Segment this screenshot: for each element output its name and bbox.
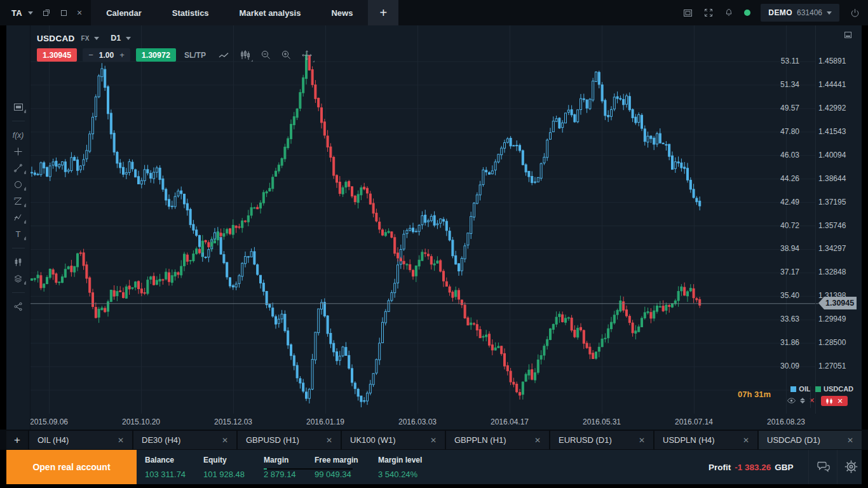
zoom-out-icon[interactable] [261, 50, 271, 60]
window-layout-icon[interactable] [682, 8, 693, 18]
chat-support-icon[interactable] [816, 460, 831, 473]
chevron-down-icon[interactable] [28, 11, 33, 15]
instrument-tab-label: USDCAD (D1) [767, 435, 820, 445]
chart-canvas[interactable] [31, 25, 862, 430]
tab-close-icon[interactable]: ✕ [430, 436, 437, 445]
volume-decrease-button[interactable]: − [88, 50, 93, 60]
timeframe-dropdown-icon[interactable] [126, 37, 131, 40]
top-tab-news[interactable]: News [316, 0, 368, 25]
drawing-toolbar: f(x)FT [6, 25, 31, 430]
oil-visibility-eye-icon[interactable] [787, 397, 796, 404]
main-area: f(x)FT USDCAD FX D1 1.30945 − 1.00 + [0, 25, 868, 430]
timeframe-label[interactable]: D1 [111, 34, 121, 43]
trend-line-icon[interactable] [10, 161, 27, 175]
crosshair-icon[interactable] [10, 145, 27, 158]
elliott-wave-icon[interactable] [10, 211, 27, 224]
metric-label: Margin [264, 456, 296, 464]
oil-legend-swatch [790, 386, 796, 392]
maximize-icon[interactable] [60, 9, 68, 17]
text-tool-icon[interactable]: T [10, 227, 27, 241]
statusbar-divider [837, 450, 837, 484]
close-position-button[interactable]: ✕ [821, 396, 847, 406]
settings-gear-icon[interactable] [844, 459, 858, 474]
logout-power-icon[interactable] [850, 8, 860, 18]
notifications-bell-icon[interactable] [724, 8, 734, 18]
time-axis-label: 2015.10.20 [112, 417, 170, 426]
window-frame-bottom [0, 484, 868, 488]
layers-icon[interactable] [10, 272, 27, 285]
chevron-down-icon [827, 11, 832, 15]
svg-text:F: F [14, 197, 16, 201]
usdcad-axis-tick: 1.38644 [818, 174, 858, 183]
connection-status-dot [744, 10, 750, 16]
trading-app-window: TA × CalendarStatisticsMarket analysisNe… [0, 0, 868, 488]
toolbar-divider [12, 121, 25, 121]
fx-indicators-icon[interactable]: f(x) [10, 128, 27, 142]
add-tab-button[interactable]: + [368, 0, 398, 25]
instrument-tab-label: GBPUSD (H1) [246, 435, 299, 445]
symbol-name[interactable]: USDCAD [37, 34, 75, 43]
zoom-in-icon[interactable] [281, 50, 292, 60]
toolbar-divider [12, 292, 25, 293]
instrument-tab-eurusd-d1[interactable]: EURUSD (D1)✕ [550, 431, 653, 449]
fibonacci-icon[interactable]: F [10, 194, 27, 208]
instrument-tabs-bar: + OIL (H4)✕DE30 (H4)✕GBPUSD (H1)✕UK100 (… [0, 430, 868, 450]
account-selector[interactable]: DEMO 631406 [761, 4, 839, 22]
detach-window-icon[interactable] [42, 8, 51, 17]
oil-axis-tick: 35.40 [761, 291, 799, 300]
tab-close-icon[interactable]: ✕ [639, 436, 645, 445]
share-icon[interactable] [10, 300, 27, 313]
volume-increase-button[interactable]: + [119, 50, 125, 60]
close-icon[interactable]: × [77, 8, 82, 18]
instrument-tab-uk100-w1[interactable]: UK100 (W1)✕ [342, 431, 445, 449]
sell-button[interactable]: 1.30945 [37, 48, 77, 62]
workspace-name[interactable]: TA [11, 8, 22, 18]
oil-axis-tick: 31.86 [761, 338, 799, 347]
oil-axis-tick: 53.11 [761, 57, 799, 65]
tab-close-icon[interactable]: ✕ [326, 436, 332, 445]
open-real-account-button[interactable]: Open real account [6, 450, 137, 484]
legend-oil: OIL ✕ [784, 385, 817, 405]
top-tab-calendar[interactable]: Calendar [91, 0, 157, 25]
sltp-button[interactable]: SL/TP [184, 51, 206, 60]
metric-value: 103 311.74 [145, 470, 186, 479]
symbol-dropdown-icon[interactable] [94, 37, 99, 40]
chart-region: USDCAD FX D1 1.30945 − 1.00 + 1.30972 SL… [31, 25, 862, 430]
usdcad-axis-tick: 1.45891 [818, 57, 858, 65]
top-tab-market-analysis[interactable]: Market analysis [224, 0, 316, 25]
instrument-tab-label: USDPLN (H4) [663, 435, 715, 445]
tab-close-icon[interactable]: ✕ [847, 436, 853, 445]
volume-value[interactable]: 1.00 [99, 51, 114, 60]
tab-close-icon[interactable]: ✕ [222, 436, 228, 445]
shapes-icon[interactable] [10, 178, 27, 191]
tab-close-icon[interactable]: ✕ [534, 436, 541, 445]
tab-close-icon[interactable]: ✕ [743, 436, 749, 445]
metric-balance: Balance103 311.74 [145, 456, 186, 479]
instrument-tab-de30-h4[interactable]: DE30 (H4)✕ [133, 431, 236, 449]
time-axis-label: 2016.04.17 [481, 417, 538, 426]
oil-legend-label: OIL [799, 385, 810, 393]
instrument-tab-gbpusd-h1[interactable]: GBPUSD (H1)✕ [238, 431, 341, 449]
compare-icon[interactable] [10, 255, 27, 269]
time-axis-label: 2015.12.03 [205, 417, 262, 426]
buy-button[interactable]: 1.30972 [136, 48, 176, 62]
chart-list-panel-icon[interactable] [843, 30, 853, 39]
fullscreen-icon[interactable] [703, 8, 714, 18]
time-axis-label: 2016.08.23 [757, 417, 815, 426]
oil-scale-adjust-icon[interactable] [800, 398, 805, 403]
account-id: 631406 [797, 8, 822, 17]
time-axis-label: 2016.01.19 [297, 417, 354, 426]
metric-equity: Equity101 928.48 [203, 456, 245, 479]
instrument-tab-oil-h4[interactable]: OIL (H4)✕ [29, 431, 132, 449]
chart-style-icon[interactable] [10, 100, 27, 114]
line-chart-mode-icon[interactable] [218, 50, 230, 60]
candle-chart-mode-icon[interactable] [240, 50, 251, 60]
instrument-tab-usdpln-h4[interactable]: USDPLN (H4)✕ [654, 431, 757, 449]
instrument-tab-label: EURUSD (D1) [559, 435, 612, 445]
instrument-tab-usdcad-d1[interactable]: USDCAD (D1)✕ [759, 431, 862, 449]
add-instrument-tab-button[interactable]: + [6, 431, 28, 449]
top-tab-statistics[interactable]: Statistics [157, 0, 224, 25]
pan-move-icon[interactable] [301, 50, 313, 61]
tab-close-icon[interactable]: ✕ [118, 436, 124, 445]
instrument-tab-gbppln-h1[interactable]: GBPPLN (H1)✕ [446, 431, 549, 449]
